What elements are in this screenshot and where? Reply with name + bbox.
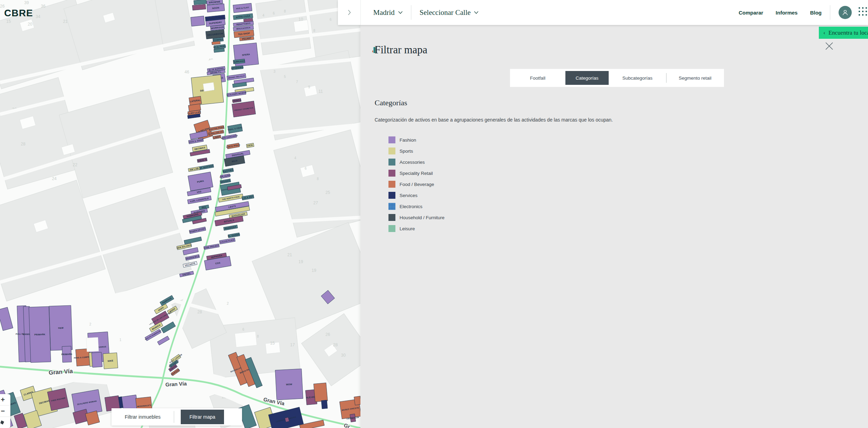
category-label: Sports <box>400 149 413 154</box>
legend-item-household-furniture[interactable]: Household / Furniture <box>388 214 445 221</box>
parcel-number: 8 <box>257 335 259 338</box>
parcel-number: 34 <box>36 14 41 19</box>
category-label: Food / Beverage <box>400 182 434 187</box>
map-building[interactable] <box>192 4 206 10</box>
parcel-number: 10 <box>298 17 303 22</box>
street-select[interactable]: Seleccionar Calle <box>420 8 479 17</box>
category-swatch <box>388 136 395 143</box>
parcel-number: 5 <box>284 75 286 79</box>
parcel-number: 7 <box>296 80 298 84</box>
section-title: Categorías <box>375 98 407 107</box>
category-swatch <box>388 225 395 232</box>
category-label: Fashion <box>400 137 416 143</box>
map-building[interactable] <box>92 352 102 367</box>
parcel-number: 8 <box>317 177 319 181</box>
building-label: H&M <box>58 327 64 329</box>
category-swatch <box>388 181 395 188</box>
category-swatch <box>388 214 395 221</box>
parcel-number: 25 <box>325 190 330 195</box>
category-swatch <box>388 170 395 177</box>
category-swatch <box>388 148 395 154</box>
close-icon <box>825 42 834 51</box>
chevron-right-icon <box>348 10 351 15</box>
category-label: Household / Furniture <box>400 215 445 220</box>
legend-item-electronics[interactable]: Electronics <box>388 203 445 210</box>
tab-subcategorías[interactable]: Subcategorías <box>609 69 666 87</box>
category-label: Accessories <box>400 160 425 165</box>
tab-footfall[interactable]: Footfall <box>510 69 565 87</box>
nav-link-blog[interactable]: Blog <box>810 10 822 16</box>
parcel-number: 30 <box>341 353 346 358</box>
filtrar-inmuebles-button[interactable]: Filtrar inmuebles <box>111 414 174 420</box>
legend-item-leisure[interactable]: Leisure <box>388 225 445 232</box>
map-building[interactable] <box>314 383 328 402</box>
map-building[interactable] <box>321 400 328 409</box>
topbar-divider <box>830 5 830 20</box>
chevron-left-icon: ‹ <box>823 29 825 36</box>
parcel-number: 8 <box>313 29 315 33</box>
legend-item-food-beverage[interactable]: Food / Beverage <box>388 181 445 188</box>
sidebar-collapse-button[interactable] <box>338 0 361 25</box>
category-label: Electronics <box>400 204 422 209</box>
parcel-number: 15 <box>6 19 11 24</box>
legend-item-services[interactable]: Services <box>388 192 445 199</box>
user-avatar[interactable] <box>839 6 852 19</box>
city-select-label: Madrid <box>373 8 395 17</box>
top-bar: Madrid Seleccionar Calle Comparar Inform… <box>338 0 868 25</box>
category-label: Speciality Retail <box>400 171 433 176</box>
button-divider <box>174 411 174 423</box>
grid-dots-icon <box>859 7 868 16</box>
legend-item-sports[interactable]: Sports <box>388 148 445 154</box>
filtrar-mapa-button[interactable]: Filtrar mapa <box>181 410 224 424</box>
map-zoom-controls: + − <box>0 394 10 428</box>
parcel-number: 39 <box>24 0 29 5</box>
tab-categorías[interactable]: Categorías <box>565 71 609 85</box>
parcel-number: 24 <box>52 176 57 181</box>
parcel-number: 22 <box>73 162 78 167</box>
tab-segmento-retail[interactable]: Segmento retail <box>666 69 724 87</box>
street-select-label: Seleccionar Calle <box>420 8 471 17</box>
parcel-number: 4 <box>294 156 296 160</box>
building-label: PRIMARK <box>34 333 45 336</box>
topbar-divider <box>411 5 411 20</box>
zoom-out-button[interactable]: − <box>0 405 10 417</box>
map-building[interactable] <box>191 16 205 26</box>
unclassified-building <box>235 331 257 347</box>
category-label: Services <box>400 193 418 198</box>
close-panel-button[interactable] <box>825 42 834 51</box>
building-courtyard <box>203 82 215 91</box>
parcel-number: 26 <box>325 332 330 337</box>
parcel-number: 28 <box>21 142 26 146</box>
parcel-number: 19 <box>298 259 303 264</box>
category-label: Leisure <box>400 226 415 231</box>
building-label: PRIMARK <box>61 353 72 356</box>
panel-title: Filtrar mapa <box>375 44 427 56</box>
legend-item-speciality-retail[interactable]: Speciality Retail <box>388 170 445 177</box>
map-filter-toggle: Filtrar inmuebles Filtrar mapa <box>111 408 242 426</box>
street-name-label: Gran Vía <box>165 381 187 387</box>
parcel-number: 20 <box>28 22 33 27</box>
building-label: WOW <box>286 383 293 386</box>
parcel-number: 27 <box>313 200 318 205</box>
chevron-down-icon <box>398 11 403 14</box>
pitch-icon <box>0 420 6 425</box>
zoom-in-button[interactable]: + <box>0 394 10 405</box>
city-select[interactable]: Madrid <box>373 8 403 17</box>
encuentra-tu-local-button[interactable]: ‹ Encuentra tu local <box>819 27 868 39</box>
apps-grid-button[interactable] <box>859 7 868 18</box>
category-swatch <box>388 203 395 210</box>
parcel-number: 28 <box>333 342 338 347</box>
parcel-number: 9 <box>308 85 310 89</box>
parcel-number: 15 <box>270 341 275 346</box>
nav-link-informes[interactable]: Informes <box>776 10 797 16</box>
parcel-number: 11 <box>319 89 323 94</box>
categories-legend: FashionSportsAccessoriesSpeciality Retai… <box>388 136 445 236</box>
map-pitch-button[interactable] <box>0 417 10 428</box>
parcel-number: 28 <box>197 310 202 314</box>
nav-link-comparar[interactable]: Comparar <box>739 10 763 16</box>
legend-item-accessories[interactable]: Accessories <box>388 159 445 166</box>
parcel-number: 2 <box>89 322 91 326</box>
legend-item-fashion[interactable]: Fashion <box>388 136 445 143</box>
parcel-number: 6 <box>330 18 332 21</box>
map-marker-artifact <box>372 47 376 53</box>
